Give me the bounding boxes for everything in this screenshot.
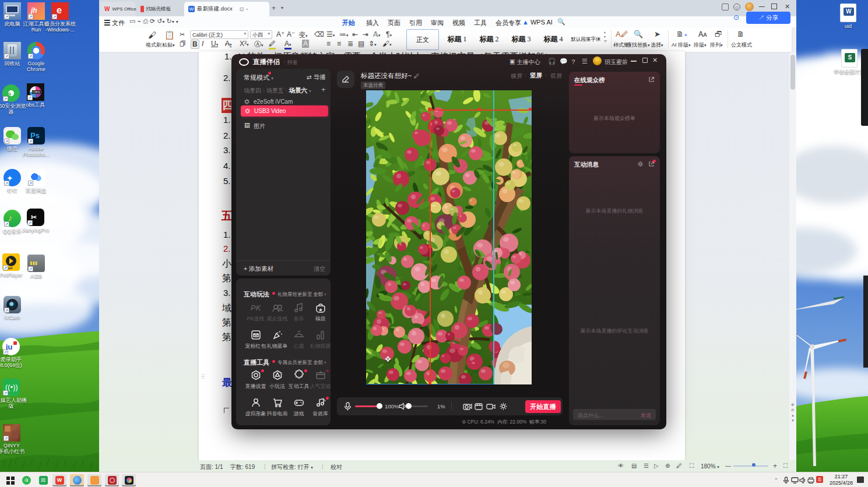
svg-text:PK: PK xyxy=(251,304,262,312)
